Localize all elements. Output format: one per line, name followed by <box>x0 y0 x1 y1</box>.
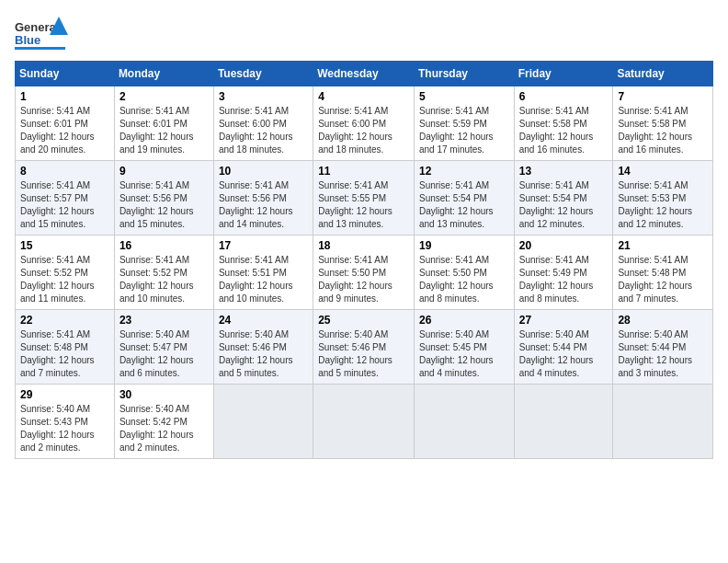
calendar-cell: 9 Sunrise: 5:41 AM Sunset: 5:56 PM Dayli… <box>114 161 213 236</box>
day-info: Sunrise: 5:41 AM Sunset: 5:56 PM Dayligh… <box>119 179 209 231</box>
day-info: Sunrise: 5:41 AM Sunset: 5:59 PM Dayligh… <box>419 105 509 156</box>
sunrise-label: Sunrise: 5:41 AM <box>119 255 189 265</box>
sunset-label: Sunset: 5:58 PM <box>519 119 587 129</box>
calendar-cell <box>414 385 514 459</box>
calendar-cell: 14 Sunrise: 5:41 AM Sunset: 5:53 PM Dayl… <box>613 161 713 236</box>
daylight-label: Daylight: 12 hours and 10 minutes. <box>219 281 293 304</box>
calendar-cell: 29 Sunrise: 5:40 AM Sunset: 5:43 PM Dayl… <box>16 385 115 459</box>
day-number: 22 <box>20 314 109 327</box>
calendar-week-row: 15 Sunrise: 5:41 AM Sunset: 5:52 PM Dayl… <box>16 236 713 310</box>
sunset-label: Sunset: 5:55 PM <box>318 193 386 203</box>
sunset-label: Sunset: 5:49 PM <box>519 268 587 278</box>
day-number: 17 <box>219 239 308 252</box>
day-info: Sunrise: 5:41 AM Sunset: 5:49 PM Dayligh… <box>519 254 609 305</box>
sunrise-label: Sunrise: 5:41 AM <box>119 106 189 116</box>
daylight-label: Daylight: 12 hours and 13 minutes. <box>318 206 392 229</box>
calendar-cell: 19 Sunrise: 5:41 AM Sunset: 5:50 PM Dayl… <box>414 236 514 310</box>
sunset-label: Sunset: 5:52 PM <box>119 268 188 278</box>
calendar-cell: 5 Sunrise: 5:41 AM Sunset: 5:59 PM Dayli… <box>414 86 514 161</box>
day-info: Sunrise: 5:41 AM Sunset: 6:00 PM Dayligh… <box>219 105 308 156</box>
day-info: Sunrise: 5:41 AM Sunset: 6:01 PM Dayligh… <box>20 105 109 156</box>
sunrise-label: Sunrise: 5:41 AM <box>419 106 489 116</box>
day-info: Sunrise: 5:41 AM Sunset: 5:58 PM Dayligh… <box>519 105 609 156</box>
sunset-label: Sunset: 5:52 PM <box>20 268 88 278</box>
calendar-cell: 26 Sunrise: 5:40 AM Sunset: 5:45 PM Dayl… <box>414 310 514 385</box>
calendar-cell: 23 Sunrise: 5:40 AM Sunset: 5:47 PM Dayl… <box>114 310 213 385</box>
calendar-cell: 11 Sunrise: 5:41 AM Sunset: 5:55 PM Dayl… <box>313 161 415 236</box>
sunrise-label: Sunrise: 5:40 AM <box>119 404 189 414</box>
day-info: Sunrise: 5:40 AM Sunset: 5:43 PM Dayligh… <box>20 403 109 454</box>
daylight-label: Daylight: 12 hours and 16 minutes. <box>618 132 692 155</box>
calendar-cell: 22 Sunrise: 5:41 AM Sunset: 5:48 PM Dayl… <box>16 310 115 385</box>
day-number: 18 <box>318 239 409 252</box>
daylight-label: Daylight: 12 hours and 9 minutes. <box>318 281 392 304</box>
sunrise-label: Sunrise: 5:41 AM <box>419 255 489 265</box>
day-number: 24 <box>219 314 308 327</box>
daylight-label: Daylight: 12 hours and 13 minutes. <box>419 206 494 229</box>
daylight-label: Daylight: 12 hours and 15 minutes. <box>119 206 194 229</box>
calendar-cell: 20 Sunrise: 5:41 AM Sunset: 5:49 PM Dayl… <box>514 236 613 310</box>
day-number: 20 <box>519 239 609 252</box>
day-info: Sunrise: 5:40 AM Sunset: 5:42 PM Dayligh… <box>119 403 209 454</box>
sunset-label: Sunset: 5:46 PM <box>318 342 386 352</box>
sunset-label: Sunset: 6:01 PM <box>119 119 188 129</box>
logo-icon: General Blue <box>15 15 70 52</box>
daylight-label: Daylight: 12 hours and 8 minutes. <box>419 281 494 304</box>
weekday-header-row: SundayMondayTuesdayWednesdayThursdayFrid… <box>16 62 713 86</box>
calendar-cell: 21 Sunrise: 5:41 AM Sunset: 5:48 PM Dayl… <box>613 236 713 310</box>
page-header: General Blue <box>15 15 713 52</box>
calendar-cell: 25 Sunrise: 5:40 AM Sunset: 5:46 PM Dayl… <box>313 310 415 385</box>
day-number: 26 <box>419 314 509 327</box>
sunset-label: Sunset: 5:57 PM <box>20 193 88 203</box>
daylight-label: Daylight: 12 hours and 20 minutes. <box>20 132 95 155</box>
day-number: 2 <box>119 90 209 103</box>
sunrise-label: Sunrise: 5:41 AM <box>20 106 90 116</box>
sunrise-label: Sunrise: 5:40 AM <box>219 329 289 339</box>
day-info: Sunrise: 5:41 AM Sunset: 5:52 PM Dayligh… <box>119 254 209 305</box>
day-number: 4 <box>318 90 409 103</box>
day-number: 8 <box>20 165 109 178</box>
sunrise-label: Sunrise: 5:41 AM <box>519 180 589 190</box>
daylight-label: Daylight: 12 hours and 16 minutes. <box>519 132 594 155</box>
daylight-label: Daylight: 12 hours and 4 minutes. <box>519 355 594 378</box>
day-info: Sunrise: 5:40 AM Sunset: 5:45 PM Dayligh… <box>419 328 509 380</box>
calendar-cell: 4 Sunrise: 5:41 AM Sunset: 6:00 PM Dayli… <box>313 86 415 161</box>
calendar-cell: 28 Sunrise: 5:40 AM Sunset: 5:44 PM Dayl… <box>613 310 713 385</box>
daylight-label: Daylight: 12 hours and 8 minutes. <box>519 281 594 304</box>
sunset-label: Sunset: 5:46 PM <box>219 342 287 352</box>
daylight-label: Daylight: 12 hours and 5 minutes. <box>318 355 392 378</box>
day-number: 1 <box>20 90 109 103</box>
weekday-header: Thursday <box>414 62 514 86</box>
sunset-label: Sunset: 5:44 PM <box>618 342 686 352</box>
weekday-header: Monday <box>114 62 213 86</box>
day-info: Sunrise: 5:41 AM Sunset: 5:56 PM Dayligh… <box>219 179 308 231</box>
day-number: 3 <box>219 90 308 103</box>
daylight-label: Daylight: 12 hours and 17 minutes. <box>419 132 494 155</box>
calendar-cell <box>313 385 415 459</box>
calendar-cell: 27 Sunrise: 5:40 AM Sunset: 5:44 PM Dayl… <box>514 310 613 385</box>
sunset-label: Sunset: 6:00 PM <box>318 119 386 129</box>
weekday-header: Wednesday <box>313 62 415 86</box>
day-number: 29 <box>20 388 109 401</box>
daylight-label: Daylight: 12 hours and 3 minutes. <box>618 355 692 378</box>
sunrise-label: Sunrise: 5:41 AM <box>318 180 388 190</box>
sunrise-label: Sunrise: 5:41 AM <box>119 180 189 190</box>
day-info: Sunrise: 5:41 AM Sunset: 5:50 PM Dayligh… <box>419 254 509 305</box>
calendar-week-row: 22 Sunrise: 5:41 AM Sunset: 5:48 PM Dayl… <box>16 310 713 385</box>
day-info: Sunrise: 5:41 AM Sunset: 5:48 PM Dayligh… <box>618 254 708 305</box>
sunrise-label: Sunrise: 5:41 AM <box>318 106 388 116</box>
day-number: 15 <box>20 239 109 252</box>
sunrise-label: Sunrise: 5:40 AM <box>419 329 489 339</box>
day-number: 13 <box>519 165 609 178</box>
day-number: 14 <box>618 165 708 178</box>
day-info: Sunrise: 5:40 AM Sunset: 5:44 PM Dayligh… <box>618 328 708 380</box>
day-number: 9 <box>119 165 209 178</box>
daylight-label: Daylight: 12 hours and 12 minutes. <box>519 206 594 229</box>
sunset-label: Sunset: 5:44 PM <box>519 342 587 352</box>
calendar-cell: 12 Sunrise: 5:41 AM Sunset: 5:54 PM Dayl… <box>414 161 514 236</box>
sunset-label: Sunset: 5:54 PM <box>419 193 487 203</box>
sunset-label: Sunset: 6:01 PM <box>20 119 88 129</box>
daylight-label: Daylight: 12 hours and 2 minutes. <box>119 430 194 453</box>
weekday-header: Tuesday <box>213 62 313 86</box>
sunset-label: Sunset: 5:50 PM <box>419 268 487 278</box>
